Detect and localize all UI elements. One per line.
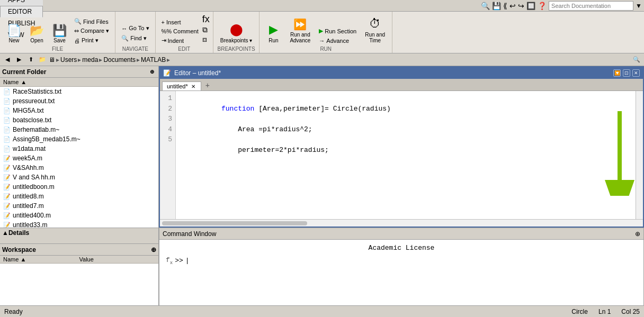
- toolbar-icon-4[interactable]: ↩: [509, 2, 516, 10]
- toolbar-icon-2[interactable]: 💾: [492, 2, 501, 10]
- toolbar-icon-3[interactable]: ⟪: [503, 2, 507, 10]
- edit-icon-2[interactable]: ⧉: [202, 25, 210, 34]
- breakpoints-button[interactable]: ⬤ Breakpoints ▾: [217, 21, 256, 45]
- menu-bar: HOMEPLOTSAPPSEDITORPUBLISHVIEW 🔍 💾 ⟪ ↩ ↪…: [0, 0, 644, 12]
- open-label: Open: [30, 38, 43, 43]
- workspace-expand-btn[interactable]: ⊕: [151, 246, 156, 253]
- list-item[interactable]: 📝untitled400.m: [0, 211, 158, 220]
- search-input[interactable]: [549, 1, 633, 11]
- run-time-button[interactable]: ⏱ Run andTime: [361, 15, 389, 45]
- toolbar-icon-5[interactable]: ↪: [518, 2, 524, 10]
- up-button[interactable]: ⬆: [25, 55, 36, 65]
- editor-hscrollbar[interactable]: [160, 219, 643, 227]
- find-icon: 🔍: [121, 35, 129, 42]
- editor-titlebar-btns: 🔽 ⊡ ✕: [613, 69, 640, 77]
- ribbon: 📄 New 📂 Open 💾 Save 🔍 Find Files: [0, 12, 644, 53]
- forward-button[interactable]: ▶: [14, 55, 24, 65]
- list-item[interactable]: 📝untitledboon.m: [0, 182, 158, 192]
- menu-tab-apps[interactable]: APPS: [0, 0, 43, 6]
- list-item[interactable]: 📝V&SAhh.m: [0, 163, 158, 173]
- list-item[interactable]: 📄w1data.mat: [0, 144, 158, 153]
- goto-button[interactable]: ↔ Go To ▾: [119, 24, 151, 33]
- advance-button[interactable]: → Advance: [316, 37, 359, 45]
- ribbon-breakpoints-content: ⬤ Breakpoints ▾: [217, 14, 256, 45]
- comment-button[interactable]: %% Comment: [159, 27, 201, 35]
- run-advance-button[interactable]: ⏩ Run andAdvance: [286, 16, 314, 45]
- cursor-blink: |: [185, 257, 190, 265]
- list-item[interactable]: 📄Assing5B_medab15.m~: [0, 134, 158, 144]
- editor-scrollbar[interactable]: [636, 91, 643, 219]
- file-name: pressureout.txt: [13, 97, 55, 105]
- list-item[interactable]: 📝untitled7.m: [0, 201, 158, 211]
- command-expand-btn[interactable]: ⊕: [635, 230, 640, 238]
- open-icon: 📂: [30, 25, 44, 37]
- insert-button[interactable]: + Insert: [159, 18, 201, 26]
- compare-button[interactable]: ⇔ Compare ▾: [71, 26, 112, 35]
- find-files-button[interactable]: 🔍 Find Files: [71, 17, 112, 26]
- list-item[interactable]: 📝untitled8.m: [0, 192, 158, 201]
- panel-expand-btn[interactable]: ⊕: [148, 68, 156, 76]
- editor-tab-close[interactable]: ✕: [190, 83, 196, 89]
- indent-button[interactable]: ⇥ Indent: [159, 36, 201, 45]
- status-ready: Ready: [4, 308, 23, 315]
- command-content[interactable]: Academic License fx >> |: [159, 240, 643, 305]
- search-nav-button[interactable]: 🔍: [631, 55, 642, 65]
- breadcrumb-root[interactable]: 🖥: [49, 56, 55, 64]
- list-item[interactable]: 📄Berhematlab.m~: [0, 125, 158, 134]
- prompt-arrows: >>: [175, 257, 183, 265]
- run-icon: ▶: [269, 23, 278, 37]
- code-content[interactable]: function [Area,perimeter]= Circle(radius…: [176, 91, 636, 219]
- academic-license-text: Academic License: [166, 244, 637, 252]
- print-button[interactable]: 🖨 Print ▾: [71, 36, 112, 45]
- browse-button[interactable]: 📁: [37, 55, 48, 65]
- edit-icon-3[interactable]: ⧈: [202, 35, 210, 44]
- breadcrumb-meda[interactable]: meda: [82, 56, 98, 64]
- list-item[interactable]: 📝V and SA hh.m: [0, 173, 158, 182]
- toolbar-icon-7[interactable]: ❓: [538, 2, 547, 10]
- new-button[interactable]: 📄 New: [3, 23, 25, 45]
- list-item[interactable]: 📄MHG5A.txt: [0, 106, 158, 115]
- print-icon: 🖨: [74, 38, 80, 44]
- editor-maximize-btn[interactable]: ⊡: [623, 69, 630, 77]
- status-bar: Ready Circle Ln 1 Col 25: [0, 305, 644, 317]
- file-icon: 📝: [3, 184, 11, 191]
- list-item[interactable]: 📄boatsclose.txt: [0, 115, 158, 125]
- editor-minimize-btn[interactable]: 🔽: [613, 69, 621, 77]
- breakpoints-group-label: BREAKPOINTS: [218, 46, 255, 52]
- expand-icon[interactable]: ▼: [636, 2, 642, 10]
- toolbar-icon-1[interactable]: 🔍: [481, 2, 490, 10]
- open-button[interactable]: 📂 Open: [26, 23, 48, 45]
- file-icon: 📄: [3, 126, 11, 133]
- status-function: Circle: [571, 308, 588, 315]
- editor-close-btn[interactable]: ✕: [632, 69, 640, 77]
- save-button[interactable]: 💾 Save: [49, 23, 70, 45]
- find-button[interactable]: 🔍 Find ▾: [119, 34, 151, 43]
- fx-icon[interactable]: fx: [202, 14, 210, 25]
- file-name: untitled400.m: [13, 212, 51, 219]
- sort-icon: ▲: [21, 79, 26, 85]
- file-name: untitledboon.m: [13, 183, 55, 191]
- file-name: week5A.m: [13, 155, 42, 162]
- back-button[interactable]: ◀: [2, 55, 13, 65]
- toolbar-icon-6[interactable]: 🔲: [526, 2, 535, 10]
- list-item[interactable]: 📄pressureout.txt: [0, 96, 158, 106]
- breadcrumb-users[interactable]: Users: [60, 56, 77, 64]
- breadcrumb-documents[interactable]: Documents: [103, 56, 136, 64]
- file-list-header[interactable]: Name ▲: [0, 78, 158, 87]
- editor-tabs: untitled* ✕ +: [160, 79, 643, 91]
- editor-tab-untitled[interactable]: untitled* ✕: [162, 81, 201, 90]
- compare-label: Compare ▾: [80, 28, 109, 34]
- run-section-button[interactable]: ▶ Run Section: [316, 26, 359, 35]
- breadcrumb-matlab[interactable]: MATLAB: [141, 56, 166, 64]
- workspace-value-col: Value: [79, 256, 156, 262]
- list-item[interactable]: 📄RaceStatistics.txt: [0, 87, 158, 96]
- navigate-group-label: NAVIGATE: [122, 46, 148, 52]
- status-col: Col 25: [621, 308, 640, 315]
- list-item[interactable]: 📝untitled33.m: [0, 220, 158, 228]
- editor-tab-add[interactable]: +: [202, 80, 213, 90]
- details-header[interactable]: ▲ Details: [0, 228, 158, 238]
- ribbon-group-file: 📄 New 📂 Open 💾 Save 🔍 Find Files: [0, 12, 115, 53]
- file-icon: 📝: [3, 222, 11, 228]
- run-button[interactable]: ▶ Run: [263, 21, 284, 45]
- list-item[interactable]: 📝week5A.m: [0, 153, 158, 163]
